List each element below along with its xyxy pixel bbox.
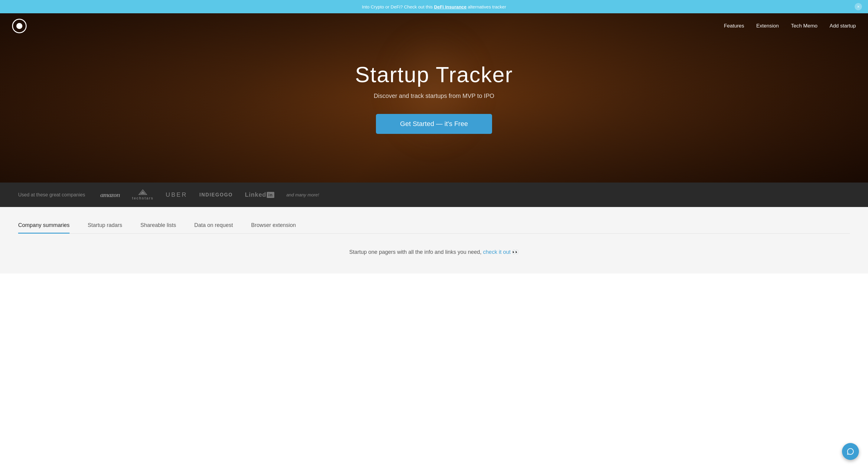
linkedin-logo: Linkedin [245, 191, 274, 198]
tab-data-on-request[interactable]: Data on request [194, 222, 233, 234]
indiegogo-logo: INDIEGOGO [199, 192, 232, 198]
nav-add-startup[interactable]: Add startup [830, 23, 856, 29]
eyes-emoji: 👀 [510, 249, 519, 255]
top-banner: Into Crypto or DeFi? Check out this DeFi… [0, 0, 868, 13]
tab-shareable-lists[interactable]: Shareable lists [140, 222, 176, 234]
tab-startup-radars[interactable]: Startup radars [88, 222, 122, 234]
features-tabs: Company summaries Startup radars Shareab… [18, 222, 850, 234]
check-it-out-link[interactable]: check it out [483, 249, 510, 255]
features-section: Company summaries Startup radars Shareab… [0, 207, 868, 273]
banner-close-button[interactable]: × [855, 3, 862, 10]
tab-browser-extension[interactable]: Browser extension [251, 222, 296, 234]
nav-tech-memo[interactable]: Tech Memo [791, 23, 817, 29]
logo-inner-circle [16, 23, 22, 29]
banner-text: Into Crypto or DeFi? Check out this DeFi… [362, 4, 506, 9]
hero-title: Startup Tracker [355, 62, 513, 87]
feature-description: Startup one pagers with all the info and… [18, 243, 850, 261]
hero-section: Startup Tracker Discover and track start… [0, 13, 868, 182]
companies-bar: Used at these great companies amazon tec… [0, 182, 868, 207]
and-more-text: and many more! [286, 192, 319, 197]
hero-content: Startup Tracker Discover and track start… [355, 62, 513, 134]
logo[interactable] [12, 19, 27, 33]
navigation: Features Extension Tech Memo Add startup [0, 13, 868, 39]
techstars-logo: techstars [132, 189, 153, 200]
nav-extension[interactable]: Extension [756, 23, 779, 29]
banner-link[interactable]: DeFi Insurance [434, 4, 467, 9]
nav-links: Features Extension Tech Memo Add startup [724, 23, 856, 29]
amazon-logo: amazon [100, 191, 120, 199]
nav-features[interactable]: Features [724, 23, 744, 29]
companies-label: Used at these great companies [18, 192, 85, 198]
uber-logo: UBER [166, 191, 187, 198]
techstars-icon [138, 189, 147, 195]
hero-subtitle: Discover and track startups from MVP to … [355, 93, 513, 99]
company-logos: amazon techstars UBER INDIEGOGO Linkedin… [100, 189, 850, 200]
get-started-button[interactable]: Get Started — it's Free [376, 114, 492, 134]
tab-company-summaries[interactable]: Company summaries [18, 222, 69, 234]
